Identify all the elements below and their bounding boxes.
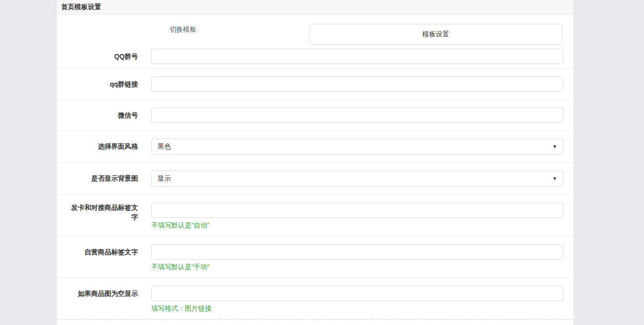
dropdown-arrow-icon: ▼: [552, 144, 557, 149]
qq-group-number-input[interactable]: [151, 49, 563, 64]
field-label: 选择界面风格: [66, 139, 138, 154]
empty-product-image-input[interactable]: [151, 286, 563, 301]
field-label: 微信号: [66, 108, 138, 123]
form-row-show-background: 是否显示背景图 显示 ▼: [57, 162, 573, 195]
field-control: 不填写默认是“自动”: [151, 203, 563, 229]
settings-card: 切换模板 模板设置 QQ群号 qq群链接 微信号 选择界面风格: [57, 14, 573, 325]
card-product-label-input[interactable]: [151, 203, 563, 218]
form-row-self-product-label: 自营商品标签文字 不填写默认是“手动”: [57, 236, 573, 278]
form-row-ui-style: 选择界面风格 黑色 ▼: [57, 130, 573, 162]
field-control: [151, 108, 563, 123]
field-label: 发卡和对接商品标签文字: [66, 203, 138, 222]
show-background-select-value: 显示: [158, 174, 171, 183]
settings-panel: 首页模板设置 切换模板 模板设置 QQ群号 qq群链接 微信号: [57, 0, 573, 325]
tab-switch-template-label: 切换模板: [169, 25, 196, 34]
field-label: 如果商品图为空显示: [66, 286, 138, 301]
field-control: [151, 76, 563, 92]
field-label: QQ群号: [66, 49, 138, 64]
page-header: 首页模板设置: [57, 0, 573, 14]
self-product-label-input[interactable]: [151, 244, 563, 260]
tab-switch-template[interactable]: 切换模板: [57, 14, 309, 45]
field-hint: 填写格式：图片链接: [151, 304, 563, 313]
ui-style-select[interactable]: 黑色 ▼: [151, 139, 563, 155]
field-control: 黑色 ▼: [151, 139, 563, 155]
tab-template-settings-label: 模板设置: [422, 30, 449, 39]
wechat-id-input[interactable]: [151, 108, 563, 123]
form-row-card-product-label: 发卡和对接商品标签文字 不填写默认是“自动”: [57, 195, 573, 236]
tab-bar: 切换模板 模板设置: [57, 14, 573, 45]
tab-template-settings[interactable]: 模板设置: [309, 24, 563, 45]
form-row-qq-group-link: qq群链接: [57, 68, 573, 99]
form-row-qq-group-number: QQ群号: [57, 45, 573, 68]
field-control: 不填写默认是“手动”: [151, 244, 563, 271]
qq-group-link-input[interactable]: [151, 76, 563, 92]
show-background-select[interactable]: 显示 ▼: [151, 171, 563, 187]
dashed-divider: [57, 319, 573, 325]
field-control: [151, 49, 563, 64]
field-control: 填写格式：图片链接: [151, 286, 563, 313]
field-control: 显示 ▼: [151, 171, 563, 187]
field-label: 是否显示背景图: [66, 171, 138, 186]
ui-style-select-value: 黑色: [158, 142, 171, 151]
form-row-empty-product-image: 如果商品图为空显示 填写格式：图片链接: [57, 278, 573, 319]
field-label: 自营商品标签文字: [66, 244, 138, 260]
field-hint: 不填写默认是“手动”: [151, 263, 563, 271]
dropdown-arrow-icon: ▼: [552, 176, 557, 181]
field-label: qq群链接: [66, 76, 138, 92]
page-title: 首页模板设置: [61, 3, 101, 11]
field-hint: 不填写默认是“自动”: [151, 221, 563, 229]
form-row-wechat-id: 微信号: [57, 99, 573, 130]
